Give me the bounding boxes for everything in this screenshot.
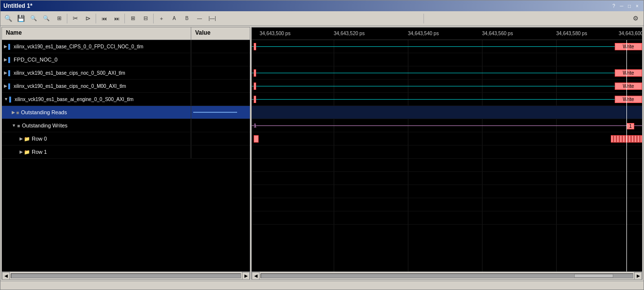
wf-scroll-left-arrow[interactable]: ◀ <box>252 272 260 280</box>
zoom-out-icon[interactable]: 🔍 <box>28 13 40 24</box>
expand-arrow-0[interactable]: ▶ <box>4 44 7 49</box>
wf-value-end-6: 1 <box>626 123 634 129</box>
remove-wave-icon[interactable]: ⊟ <box>140 13 151 24</box>
wf-row-11 <box>252 185 642 198</box>
tree-item-row1[interactable]: ▶ 📁 Row 1 <box>2 145 250 159</box>
wf-scrollbar-thumb[interactable] <box>574 274 613 278</box>
tree-item-5-name: ▶ ■ Outstanding Reads <box>2 106 191 119</box>
wf-scroll-right-arrow[interactable]: ▶ <box>634 272 642 280</box>
expand-arrow-6[interactable]: ▼ <box>12 123 16 128</box>
marker-a-icon[interactable]: A <box>168 13 180 24</box>
expand-arrow-3[interactable]: ▶ <box>4 83 7 88</box>
wf-row-6: 1 1 <box>252 119 642 132</box>
signal-icon-6: ■ <box>17 123 20 128</box>
col-value-header: Value <box>191 27 250 40</box>
title-bar: Untitled 1* ? ─ □ × <box>0 0 644 11</box>
tree-item-0[interactable]: ▶ ▌ xilinx_vck190_es1_base_CIPS_0_0_FPD_… <box>2 40 250 53</box>
wf-block-start-2 <box>254 69 256 77</box>
wf-line-6 <box>252 125 642 126</box>
settings-icon[interactable]: ⚙ <box>630 13 642 24</box>
wf-block-start-0 <box>254 43 256 50</box>
tree-item-row0[interactable]: ▶ 📁 Row 0 <box>2 132 250 145</box>
tick-container <box>252 27 642 40</box>
wf-line-0 <box>252 46 642 47</box>
tree-item-2-label: xilinx_vck190_es1_base_cips_noc_0_S00_AX… <box>14 70 125 76</box>
minimize-button[interactable]: ─ <box>618 2 625 9</box>
restore-button[interactable]: □ <box>626 2 633 9</box>
tree-item-3-value <box>191 80 250 92</box>
tree-item-4-name: ▼ ▌ xilinx_vck190_es1_base_ai_engine_0_0… <box>2 93 191 105</box>
last-icon[interactable]: ⏭ <box>111 13 122 24</box>
scissors-icon[interactable]: ✂ <box>69 13 81 24</box>
tree-item-outstanding-writes[interactable]: ▼ ■ Outstanding Writes <box>2 119 250 132</box>
wf-pattern-start <box>254 135 259 143</box>
toolbar: 🔍 💾 🔍 🔍 ⊞ ✂ ⊳ ⏮ ⏭ ⊞ ⊟ + A B — |—| ⚙ <box>0 11 644 26</box>
arrow-right-icon[interactable]: ⊳ <box>82 13 94 24</box>
scroll-right-arrow[interactable]: ▶ <box>242 272 250 280</box>
signal-icon-7: 📁 <box>24 136 30 142</box>
expand-arrow-4[interactable]: ▼ <box>4 97 8 102</box>
add-wave-icon[interactable]: ⊞ <box>127 13 139 24</box>
signal-icon-4: ▌ <box>9 97 13 102</box>
tree-area[interactable]: ▶ ▌ xilinx_vck190_es1_base_CIPS_0_0_FPD_… <box>2 40 250 271</box>
tree-item-7-value <box>191 132 250 145</box>
zoom-in-icon[interactable]: 🔍 <box>40 13 52 24</box>
search-icon[interactable]: 🔍 <box>2 13 14 24</box>
wf-row-1 <box>252 53 642 66</box>
expand-arrow-5[interactable]: ▶ <box>12 110 15 115</box>
wf-row-7 <box>252 132 642 145</box>
tree-item-0-label: xilinx_vck190_es1_base_CIPS_0_0_FPD_CCI_… <box>14 44 143 49</box>
wf-scrollbar-track[interactable] <box>261 273 633 278</box>
tree-item-outstanding-reads[interactable]: ▶ ■ Outstanding Reads <box>2 106 250 119</box>
tree-item-5-value <box>191 106 250 119</box>
wf-block-end-0: Write <box>615 43 642 50</box>
tree-item-7-label: Row 0 <box>32 136 47 142</box>
expand-arrow-7[interactable]: ▶ <box>20 136 23 141</box>
left-scrollbar-track[interactable] <box>11 273 241 278</box>
tree-item-0-value <box>191 40 250 53</box>
waveform-panel[interactable]: 34,643,500 ps 34,643,520 ps 34,643,540 p… <box>251 27 643 280</box>
tree-item-4-label: xilinx_vck190_es1_base_ai_engine_0_0_S00… <box>15 97 134 102</box>
zoom-full-icon[interactable]: ⊞ <box>53 13 65 24</box>
tree-item-1-label: FPD_CCI_NOC_0 <box>14 57 58 62</box>
help-button[interactable]: ? <box>610 2 617 9</box>
outstanding-reads-value <box>193 112 237 113</box>
wf-line-3 <box>252 86 642 86</box>
tree-item-3[interactable]: ▶ ▌ xilinx_vck190_es1_base_cips_noc_0_M0… <box>2 80 250 93</box>
marker-c-icon[interactable]: — <box>194 13 205 24</box>
scroll-left-arrow[interactable]: ◀ <box>2 272 10 280</box>
first-icon[interactable]: ⏮ <box>98 13 110 24</box>
wf-row-2: Write <box>252 66 642 80</box>
marker-b-icon[interactable]: B <box>181 13 193 24</box>
wf-row-4: Write <box>252 93 642 106</box>
wf-block-end-3: Write <box>615 83 642 90</box>
cursor-add-icon[interactable]: + <box>156 13 167 24</box>
toolbar-separator-2 <box>96 14 96 23</box>
expand-arrow-1[interactable]: ▶ <box>4 57 7 62</box>
wf-block-start-4 <box>254 96 256 103</box>
tree-item-3-name: ▶ ▌ xilinx_vck190_es1_base_cips_noc_0_M0… <box>2 80 191 92</box>
signal-icon-5: ■ <box>16 110 19 115</box>
save-icon[interactable]: 💾 <box>15 13 27 24</box>
marker-d-icon[interactable]: |—| <box>206 13 218 24</box>
tree-item-2[interactable]: ▶ ▌ xilinx_vck190_es1_base_cips_noc_0_S0… <box>2 66 250 80</box>
wf-row-9 <box>252 159 642 172</box>
waveform-bottom-scroll: ◀ ▶ <box>252 271 642 279</box>
close-button[interactable]: × <box>634 2 641 9</box>
tree-item-8-value <box>191 145 250 158</box>
tree-item-6-value <box>191 119 250 132</box>
cursor-line <box>626 40 627 271</box>
left-bottom-scroll: ◀ ▶ <box>2 271 250 279</box>
tree-item-4[interactable]: ▼ ▌ xilinx_vck190_es1_base_ai_engine_0_0… <box>2 93 250 106</box>
wf-value-start-6: 1 <box>254 123 257 128</box>
wf-block-end-4: Write <box>615 96 642 103</box>
expand-arrow-2[interactable]: ▶ <box>4 70 7 75</box>
tree-item-1[interactable]: ▶ ▌ FPD_CCI_NOC_0 <box>2 53 250 66</box>
title-bar-left: Untitled 1* <box>3 2 32 9</box>
signal-icon-2: ▌ <box>8 70 12 76</box>
waveform-body[interactable]: Write Write Write <box>252 40 642 271</box>
col-name-header: Name <box>2 27 191 40</box>
toolbar-separator-3 <box>124 14 125 23</box>
main-window: Untitled 1* ? ─ □ × 🔍 💾 🔍 🔍 ⊞ ✂ ⊳ ⏮ ⏭ ⊞ … <box>0 0 644 290</box>
expand-arrow-8[interactable]: ▶ <box>20 149 23 154</box>
